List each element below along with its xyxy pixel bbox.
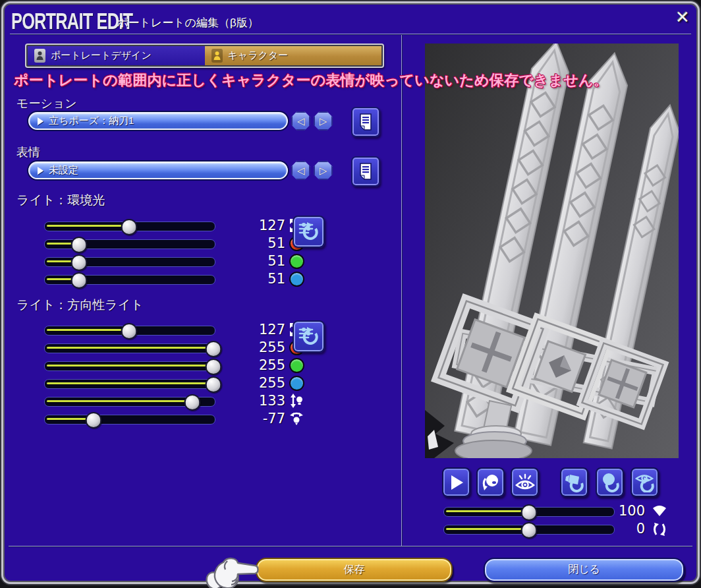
slider-track[interactable] [44,361,215,371]
play-icon [449,474,464,491]
slider-handle[interactable] [121,219,138,235]
ambient-green-row: 51 [44,252,308,270]
slider-track[interactable] [44,326,215,336]
slider-value: 127 [219,322,285,338]
slider-track[interactable] [44,397,215,407]
ambient-reset-button[interactable] [293,216,325,248]
slider-track[interactable] [44,275,215,285]
directional-red-row: 255 [44,339,308,356]
ambient-light-label: ライト：環境光 [16,192,105,209]
rotation-icon [652,521,666,536]
portrait-person-icon [34,49,45,63]
expression-next-button[interactable]: ▷ [314,161,333,180]
reset-eyes-button[interactable] [631,467,659,497]
expression-label: 表情 [16,144,40,160]
reset-eyes-icon [635,473,655,492]
slider-track[interactable] [44,257,215,267]
directional-reset-button[interactable] [293,320,325,353]
slider-track[interactable] [44,343,215,353]
tab-label: キャラクター [228,49,289,62]
motion-dropdown[interactable]: 立ちポーズ：納刀1 [28,112,288,130]
pointing-hand-cursor [205,553,260,588]
close-button[interactable]: 閉じる [484,558,685,582]
green-channel-icon [289,358,304,372]
slider-value: 51 [219,235,285,251]
slider-track[interactable] [44,415,215,425]
slider-value: 100 [619,503,645,519]
slider-handle[interactable] [85,412,101,428]
right-arrow-icon: ▷ [320,115,327,127]
footer-divider [9,546,692,546]
character-person-icon [211,49,223,63]
tab-label: ポートレートデザイン [51,49,152,62]
slider-value: 133 [219,393,285,409]
motion-value: 立ちポーズ：納刀1 [49,115,134,127]
slider-handle[interactable] [70,272,87,289]
directional-green-row: 255 [44,357,308,374]
expression-dropdown[interactable]: 未設定 [28,162,288,179]
slider-handle[interactable] [521,504,538,521]
save-label: 保存 [344,563,365,577]
portrait-edit-window: PORTRAIT EDIT ポートレートの編集（β版） ✕ ポートレートデザイン… [1,1,700,584]
expression-list-button[interactable] [351,156,380,187]
ambient-red-row: 51 [44,235,308,252]
slider-track[interactable] [44,379,215,389]
reset-camera-button[interactable] [560,467,588,497]
field-of-view-icon [652,504,666,518]
close-label: 閉じる [568,563,600,577]
preview-button-row [3,467,701,495]
tab-bar: ポートレートデザイン キャラクター [25,44,384,68]
reset-head-icon [600,473,620,492]
expression-value: 未設定 [49,164,78,177]
turn-head-icon [482,473,500,492]
slider-value: 51 [219,271,285,287]
motion-next-button[interactable]: ▷ [314,111,333,131]
play-motion-button[interactable] [442,467,470,497]
slider-handle[interactable] [121,323,138,339]
eye-wink-icon [515,473,535,492]
left-arrow-icon: ◁ [297,115,305,127]
slider-handle[interactable] [70,254,87,271]
ambient-blue-row: 51 [44,270,308,287]
slider-track[interactable] [443,507,615,517]
window-title: PORTRAIT EDIT [11,9,132,35]
slider-handle[interactable] [184,394,201,411]
directional-intensity-row: 127 [44,321,308,338]
character-preview[interactable] [425,44,679,458]
directional-blue-row: 255 [44,374,308,392]
expression-prev-button[interactable]: ◁ [291,161,310,180]
slider-handle[interactable] [521,522,538,539]
blue-channel-icon [289,376,304,390]
reset-head-button[interactable] [596,467,624,497]
light-horizontal-angle-icon [289,411,304,426]
rotation-slider-row: 0 [443,520,681,537]
dropdown-arrow-icon [38,117,43,125]
motion-label: モーション [16,96,77,111]
directional-horizontal-angle-row: -77 [44,410,308,427]
eye-wink-button[interactable] [511,467,539,497]
save-button[interactable]: 保存 [256,558,453,582]
slider-value: 255 [219,339,285,355]
slider-track[interactable] [443,525,615,535]
slider-value: 51 [219,253,285,269]
motion-list-button[interactable] [351,107,380,137]
blue-channel-icon [289,272,304,286]
slider-value: -77 [219,411,285,426]
slider-track[interactable] [44,221,215,231]
slider-value: 255 [219,375,285,391]
directional-vertical-angle-row: 133 [44,392,308,409]
dropdown-arrow-icon [38,167,43,175]
list-icon [358,113,373,131]
slider-track[interactable] [44,239,215,249]
close-icon[interactable]: ✕ [673,7,692,27]
list-icon [358,163,373,180]
turn-head-button[interactable] [476,467,505,497]
tab-portrait-design[interactable]: ポートレートデザイン [28,46,205,65]
tab-character[interactable]: キャラクター [205,46,382,65]
reset-lights-icon [298,221,320,243]
reset-camera-icon [565,473,584,492]
slider-value: 0 [619,521,645,537]
light-vertical-angle-icon [289,394,304,408]
motion-prev-button[interactable]: ◁ [291,111,310,131]
slider-handle[interactable] [70,237,87,253]
